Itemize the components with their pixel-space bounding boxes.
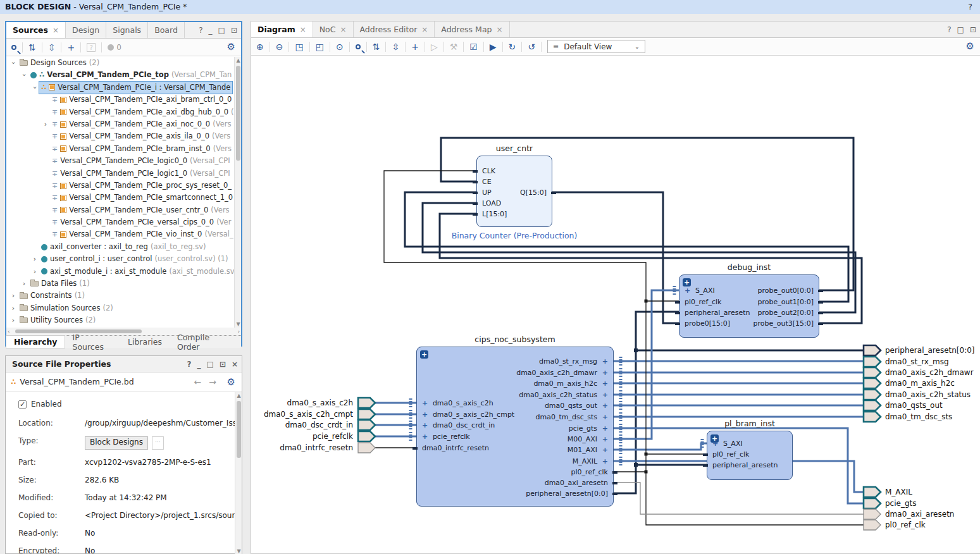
tree-item[interactable]: ›Constraints (1) <box>6 290 241 302</box>
interface-plus-icon[interactable]: + <box>597 413 608 421</box>
scroll-right-icon[interactable]: › <box>237 328 240 335</box>
interface-plus-icon[interactable]: + <box>597 379 608 388</box>
input-port-dma0_intrfc_resetn[interactable]: dma0_intrfc_resetn <box>280 443 375 453</box>
window-control-icon[interactable]: ⊡ <box>220 356 226 372</box>
pin-dma0_m_axis_h2c[interactable]: dma0_m_axis_h2c + <box>533 379 608 388</box>
pin-M00_AXI[interactable]: M00_AXI + <box>568 434 608 444</box>
tree-item[interactable]: ›Data Files (1) <box>6 278 241 290</box>
pin-pl0_ref_clk[interactable]: pl0_ref_clk <box>685 297 721 307</box>
interface-plus-icon[interactable]: + <box>422 433 433 441</box>
tree-expander-icon[interactable]: › <box>9 314 18 326</box>
tree-item[interactable]: ›Simulation Sources (2) <box>6 302 241 314</box>
pin-probe_out2[0:0][interactable]: probe_out2[0:0] <box>757 308 814 317</box>
output-port-peripheral_aresetn[0:0][interactable]: peripheral_aresetn[0:0] <box>864 345 975 355</box>
tab-diagram[interactable]: Diagram× <box>251 22 313 37</box>
pin-pcie_gts[interactable]: pcie_gts + <box>569 424 608 433</box>
pin-pl0_ref_clk[interactable]: pl0_ref_clk <box>712 450 749 459</box>
add-sources-icon[interactable]: + <box>67 43 75 52</box>
pin-LOAD[interactable]: LOAD <box>482 199 501 208</box>
fit-selection-icon[interactable]: ⊙ <box>336 42 344 51</box>
port-arrow[interactable] <box>864 509 881 519</box>
close-tab-icon[interactable]: × <box>300 25 306 34</box>
bottom-tab-ip-sources[interactable]: IP Sources <box>65 336 120 348</box>
zoom-fit-icon[interactable]: ◳ <box>295 42 303 51</box>
close-tab-icon[interactable]: × <box>340 25 346 34</box>
tree-item[interactable]: ∓Versal_CPM_Tandem_PCIe_proc_sys_reset_0… <box>6 180 241 192</box>
window-control-icon[interactable]: □ <box>207 356 214 372</box>
tree-expander-icon[interactable]: › <box>41 118 50 130</box>
tree-expander-icon[interactable]: › <box>18 71 30 80</box>
tree-expander-icon[interactable]: › <box>30 266 39 278</box>
tab-address-editor[interactable]: Address Editor× <box>354 22 435 37</box>
output-port-dma0_qsts_out[interactable]: dma0_qsts_out <box>864 400 943 410</box>
tree-item[interactable]: ›Utility Sources (2) <box>6 314 241 326</box>
tree-item[interactable]: ›Design Sources (2) <box>6 57 241 69</box>
scroll-down-icon[interactable]: ▼ <box>235 548 242 554</box>
regenerate-layout-icon[interactable]: ↺ <box>528 42 535 51</box>
diagram-search-icon[interactable] <box>356 44 361 49</box>
tab-signals[interactable]: Signals <box>106 22 148 38</box>
tree-item[interactable]: ›user_control_i : user_control (user_con… <box>6 253 241 265</box>
tree-item[interactable]: ∓Versal_CPM_Tandem_PCIe_axis_ila_0_0 (Ve… <box>6 130 241 142</box>
pin-dma0_tm_dsc_sts[interactable]: dma0_tm_dsc_sts + <box>536 412 608 422</box>
properties-gear-icon[interactable]: ⚙ <box>227 376 235 388</box>
pin-dma0_s_axis_c2h[interactable]: + dma0_s_axis_c2h <box>422 398 493 408</box>
sources-settings-gear-icon[interactable]: ⚙ <box>227 42 235 52</box>
search-icon[interactable] <box>11 45 16 50</box>
expand-all-icon[interactable]: ⇳ <box>48 43 56 52</box>
tree-item[interactable]: ∓Versal_CPM_Tandem_PCIe_smartconnect_1_0… <box>6 192 241 204</box>
port-arrow[interactable] <box>864 345 881 355</box>
wire[interactable] <box>614 443 707 450</box>
enabled-checkbox[interactable]: ✓ <box>18 400 27 409</box>
expand-hierarchy-icon[interactable]: ⇳ <box>392 42 399 51</box>
pin-dma0_s_axis_c2h_cmpt[interactable]: + dma0_s_axis_c2h_cmpt <box>422 410 514 419</box>
window-control-icon[interactable]: ? <box>947 25 951 34</box>
pin-dma0_intrfc_resetn[interactable]: dma0_intrfc_resetn <box>422 443 489 453</box>
wire[interactable] <box>614 483 864 514</box>
output-port-dma0_axi_aresetn[interactable]: dma0_axi_aresetn <box>864 509 954 519</box>
port-arrow[interactable] <box>864 412 881 422</box>
input-port-dma0_s_axis_c2h_cmpt[interactable]: dma0_s_axis_c2h_cmpt <box>264 409 375 419</box>
pin-dma0_st_rx_msg[interactable]: dma0_st_rx_msg + <box>539 357 608 366</box>
window-control-icon[interactable]: □ <box>957 25 964 34</box>
pin-S_AXI[interactable]: + S_AXI <box>685 286 715 295</box>
input-port-pcie_refclk[interactable]: pcie_refclk <box>313 431 375 441</box>
pin-L[15:0][interactable]: L[15:0] <box>482 209 507 219</box>
output-port-dma0_tm_dsc_sts[interactable]: dma0_tm_dsc_sts <box>864 412 952 422</box>
tab-design[interactable]: Design <box>66 22 106 38</box>
tree-expander-icon[interactable]: › <box>28 83 40 92</box>
collapse-hierarchy-icon[interactable]: ⇅ <box>373 42 380 51</box>
port-arrow[interactable] <box>864 390 881 400</box>
scroll-thumb[interactable] <box>236 66 240 161</box>
tree-item[interactable]: ›∓Versal_CPM_Tandem_PCIe_axi_noc_0_0 (Ve… <box>6 118 241 130</box>
interface-plus-icon[interactable]: + <box>597 424 608 433</box>
port-arrow[interactable] <box>358 443 375 453</box>
window-control-icon[interactable]: _ <box>197 356 201 372</box>
pin-UP[interactable]: UP <box>482 188 492 197</box>
interface-plus-icon[interactable]: + <box>597 446 608 454</box>
tree-expander-icon[interactable]: › <box>30 253 39 265</box>
pin-icon[interactable]: ▶ <box>490 42 497 51</box>
tree-item[interactable]: ›axi_st_module_i : axi_st_module (axi_st… <box>6 266 241 278</box>
bottom-tab-libraries[interactable]: Libraries <box>120 336 170 348</box>
tree-expander-icon[interactable]: › <box>7 59 19 68</box>
pin-peripheral_aresetn[0:0][interactable]: peripheral_aresetn[0:0] <box>526 489 608 498</box>
more-options-button[interactable]: ··· <box>152 436 164 450</box>
bottom-tab-hierarchy[interactable]: Hierarchy <box>6 336 65 348</box>
port-arrow[interactable] <box>864 357 881 367</box>
interface-plus-icon[interactable]: + <box>597 369 608 377</box>
input-port-dma0_dsc_crdt_in[interactable]: dma0_dsc_crdt_in <box>285 420 375 430</box>
bottom-tab-compile-order[interactable]: Compile Order <box>170 336 241 348</box>
interface-plus-icon[interactable]: + <box>597 357 608 366</box>
pin-dma0_axis_c2h_status[interactable]: dma0_axis_c2h_status + <box>519 390 608 400</box>
tree-item[interactable]: ›∴Versal_CPM_Tandem_PCIe_i : Versal_CPM_… <box>6 82 241 94</box>
back-arrow-icon[interactable]: ← <box>194 377 202 387</box>
pin-dma0_axi_aresetn[interactable]: dma0_axi_aresetn <box>545 478 608 488</box>
tab-noc[interactable]: NoC× <box>313 22 354 37</box>
tree-item[interactable]: ›∴Versal_CPM_Tandem_PCIe_top (Versal_CPM… <box>6 69 241 81</box>
block-debug_inst[interactable]: ++ S_AXIpl0_ref_clkperipheral_aresetnpro… <box>679 274 819 338</box>
pin-dma0_dsc_crdt_in[interactable]: + dma0_dsc_crdt_in <box>422 421 495 430</box>
help-icon[interactable]: ? <box>968 0 972 14</box>
output-port-M_AXIL[interactable]: M_AXIL <box>864 487 912 497</box>
tree-item[interactable]: ∓Versal_CPM_Tandem_PCIe_logic0_0 (Versal… <box>6 155 241 167</box>
